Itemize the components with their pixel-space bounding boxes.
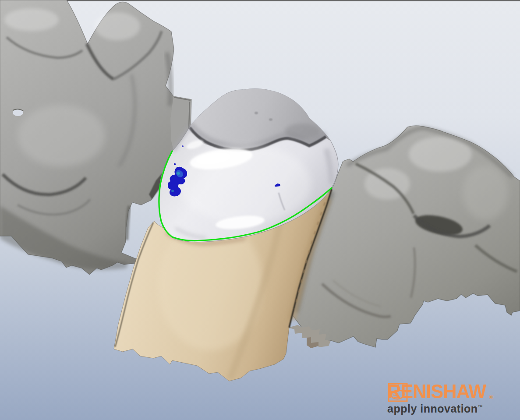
face-highlight [18, 105, 105, 166]
occlusal-pit [269, 118, 272, 121]
gap-edge-shadow [127, 206, 129, 240]
undercut-dot [182, 145, 184, 147]
undercut-cyan-spot [177, 172, 180, 175]
window-top-edge [0, 0, 520, 1]
dental-cad-stage: RENISHAW ® apply innovation™ [0, 0, 520, 420]
trademark-mark: ™ [478, 404, 483, 409]
tagline: apply innovation™ [387, 402, 520, 415]
undercut-cyan-spot [171, 190, 174, 192]
cusp-highlight [4, 8, 59, 31]
renishaw-logo: RENISHAW ® apply innovation™ [387, 382, 520, 415]
tagline-text: apply innovation [387, 402, 478, 415]
undercut-dot [174, 163, 176, 165]
occlusal-shade [285, 124, 320, 139]
viewport-3d[interactable] [0, 0, 520, 420]
side-highlight [463, 166, 508, 220]
cusp-highlight [95, 12, 140, 40]
registered-mark: ® [489, 394, 494, 400]
renishaw-probe-icon [388, 383, 408, 402]
occlusal-pit [255, 112, 258, 114]
